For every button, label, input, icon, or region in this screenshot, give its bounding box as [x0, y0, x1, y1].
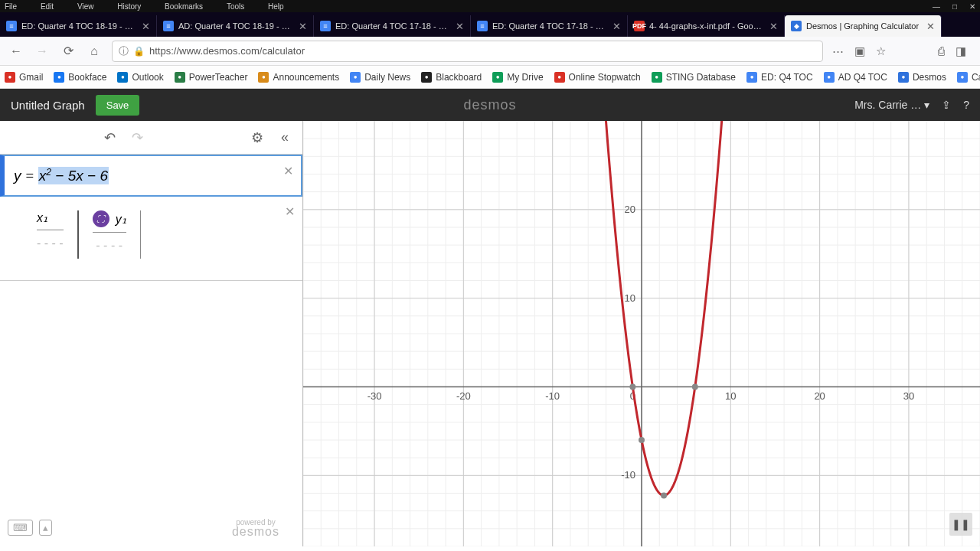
bookmark-item[interactable]: ● Blackboard [421, 72, 482, 83]
reload-icon[interactable]: ⟳ [60, 43, 77, 60]
tab-favicon-icon: PDF [634, 21, 645, 31]
bookmark-label: Daily News [364, 72, 410, 83]
browser-tab[interactable]: ≡ ED: Quarter 4 TOC 18-19 - Go… ✕ [0, 15, 157, 37]
expression-row-1[interactable]: y = x2 − 5x − 6 ✕ [0, 155, 302, 197]
bookmark-item[interactable]: ● Online Stopwatch [554, 72, 641, 83]
reader-icon[interactable]: ▣ [854, 44, 865, 58]
browser-tab[interactable]: ◆ Desmos | Graphing Calculator ✕ [785, 15, 942, 37]
redo-icon[interactable]: ↷ [127, 129, 147, 146]
save-button[interactable]: Save [96, 95, 140, 116]
bookmark-item[interactable]: ● STING Database [652, 72, 736, 83]
color-swatch-icon[interactable]: ⛶ [93, 210, 109, 227]
undo-icon[interactable]: ↶ [100, 129, 119, 146]
tab-favicon-icon: ≡ [163, 21, 174, 31]
tab-close-icon[interactable]: ✕ [456, 21, 464, 32]
svg-point-87 [629, 384, 635, 390]
bookmark-favicon-icon: ● [421, 72, 432, 83]
forward-icon[interactable]: → [34, 43, 51, 60]
bookmark-label: PowerTeacher [189, 72, 248, 83]
back-icon[interactable]: ← [8, 43, 24, 60]
svg-text:30: 30 [903, 390, 914, 402]
menu-help[interactable]: Help [268, 2, 284, 11]
bookmark-item[interactable]: ● Outlook [117, 72, 163, 83]
bookmark-favicon-icon: ● [258, 72, 269, 83]
bookmark-item[interactable]: ● AD Q4 TOC [824, 72, 887, 83]
bookmark-item[interactable]: ● Gmail [5, 72, 43, 83]
window-maximize-icon[interactable]: □ [952, 2, 957, 11]
keyboard-expand-icon[interactable]: ▴ [39, 520, 52, 536]
bookmark-favicon-icon: ● [957, 72, 968, 83]
bookmark-item[interactable]: ● Bookface [54, 72, 106, 83]
browser-toolbar: ← → ⟳ ⌂ ⓘ 🔒 https://www.desmos.com/calcu… [0, 37, 980, 66]
expression-row-2-table[interactable]: ✕ x₁ - - - - ⛶ y₁ - - - - [0, 197, 302, 281]
bookmark-favicon-icon: ● [824, 72, 835, 83]
library-icon[interactable]: ⎙ [938, 44, 945, 58]
svg-point-89 [639, 437, 645, 443]
bookmark-item[interactable]: ● ED: Q4 TOC [746, 72, 813, 83]
bookmark-favicon-icon: ● [898, 72, 909, 83]
page-actions-icon[interactable]: ⋯ [832, 44, 844, 58]
sidebar-icon[interactable]: ◨ [956, 44, 966, 58]
window-close-icon[interactable]: ✕ [969, 2, 975, 11]
bookmark-favicon-icon: ● [350, 72, 361, 83]
bookmark-label: Desmos [913, 72, 946, 83]
browser-tab[interactable]: PDF 4- 44-graphs-x-int.pdf - Googl… ✕ [628, 15, 785, 37]
browser-tab[interactable]: ≡ AD: Quarter 4 TOC 18-19 - Go… ✕ [157, 15, 314, 37]
pause-icon[interactable]: ❚❚ [949, 513, 972, 536]
menu-tools[interactable]: Tools [227, 2, 244, 11]
bookmark-item[interactable]: ● PowerTeacher [175, 72, 248, 83]
site-info-icon[interactable]: ⓘ [119, 44, 129, 58]
menu-view[interactable]: View [77, 2, 94, 11]
bookmark-item[interactable]: ● Daily News [350, 72, 410, 83]
home-icon[interactable]: ⌂ [86, 43, 103, 60]
delete-table-icon[interactable]: ✕ [285, 204, 295, 219]
bookmark-label: STING Database [666, 72, 736, 83]
tab-favicon-icon: ≡ [6, 21, 17, 31]
svg-text:-10: -10 [545, 390, 560, 402]
tab-close-icon[interactable]: ✕ [142, 21, 150, 32]
bookmark-favicon-icon: ● [554, 72, 565, 83]
tab-close-icon[interactable]: ✕ [926, 21, 935, 32]
bookmark-label: Bookface [68, 72, 106, 83]
browser-tab[interactable]: ≡ ED: Quarter 4 TOC 17-18 - Go… ✕ [471, 15, 628, 37]
menu-bookmarks[interactable]: Bookmarks [165, 2, 203, 11]
tab-label: ED: Quarter 4 TOC 18-19 - Go… [21, 21, 137, 31]
table-header-y[interactable]: ⛶ y₁ [93, 210, 126, 232]
bookmark-label: Calendar [972, 72, 980, 83]
bookmark-item[interactable]: ● Desmos [898, 72, 946, 83]
share-icon[interactable]: ⇪ [942, 99, 951, 111]
svg-point-90 [661, 492, 667, 498]
bookmark-item[interactable]: ● Announcements [258, 72, 339, 83]
bookmark-label: Online Stopwatch [569, 72, 641, 83]
bookmark-star-icon[interactable]: ☆ [876, 44, 886, 58]
graph-title[interactable]: Untitled Graph [11, 99, 85, 112]
tab-close-icon[interactable]: ✕ [769, 21, 778, 32]
settings-gear-icon[interactable]: ⚙ [247, 129, 267, 146]
menu-edit[interactable]: Edit [41, 2, 54, 11]
keyboard-toggle-icon[interactable]: ⌨ [8, 520, 33, 536]
collapse-panel-icon[interactable]: « [275, 129, 295, 145]
tab-favicon-icon: ≡ [320, 21, 331, 31]
tab-label: 4- 44-graphs-x-int.pdf - Googl… [649, 21, 765, 31]
svg-text:10: 10 [625, 292, 635, 304]
browser-tab[interactable]: ≡ ED: Quarter 4 TOC 17-18 - Go… ✕ [314, 15, 471, 37]
tab-close-icon[interactable]: ✕ [612, 21, 621, 32]
tab-label: AD: Quarter 4 TOC 18-19 - Go… [178, 21, 294, 31]
table-header-x[interactable]: x₁ [37, 210, 64, 230]
bookmark-item[interactable]: ● My Drive [492, 72, 543, 83]
tab-favicon-icon: ◆ [791, 21, 802, 31]
svg-text:-30: -30 [368, 390, 382, 402]
bookmark-item[interactable]: ● Calendar [957, 72, 980, 83]
tab-close-icon[interactable]: ✕ [299, 21, 307, 32]
window-minimize-icon[interactable]: — [933, 2, 940, 11]
menu-file[interactable]: File [5, 2, 17, 11]
delete-expression-icon[interactable]: ✕ [283, 164, 293, 178]
url-input[interactable]: ⓘ 🔒 https://www.desmos.com/calculator [112, 41, 823, 62]
user-menu[interactable]: Mrs. Carrie … ▾ [854, 99, 929, 111]
menu-history[interactable]: History [117, 2, 141, 11]
bookmark-label: ED: Q4 TOC [761, 72, 813, 83]
graph-canvas[interactable]: -30-20-10102030-1010200 ❚❚ [303, 121, 980, 546]
svg-text:-10: -10 [621, 469, 635, 481]
svg-text:20: 20 [814, 390, 825, 402]
help-icon[interactable]: ? [963, 99, 969, 111]
